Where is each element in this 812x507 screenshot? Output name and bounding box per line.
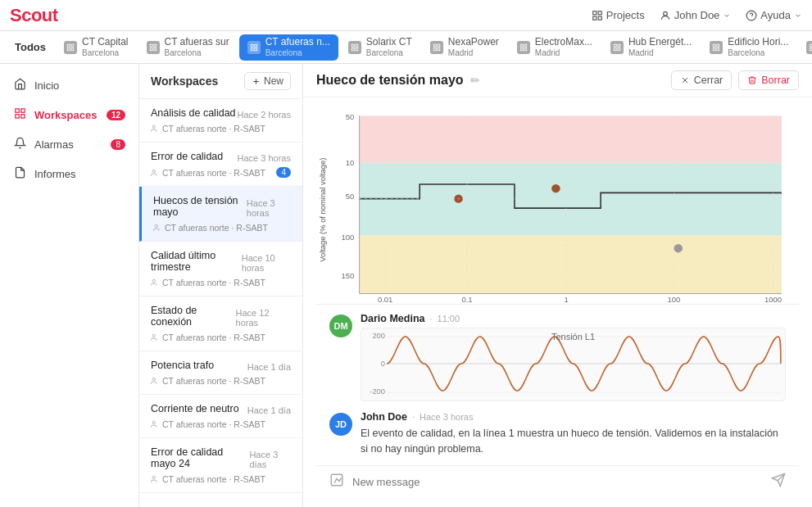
tab-electromax[interactable]: ElectroMax... Madrid [509,34,601,61]
ws-item-error-calidad[interactable]: Error de calidad Hace 3 horas CT afueras… [139,143,302,187]
svg-text:100: 100 [342,233,355,242]
svg-rect-38 [714,48,716,50]
comment-text-john: El evento de calidad, en la línea 1 mues… [361,426,786,457]
ws-item-corriente-neutro[interactable]: Corriente de neutro Hace 1 día CT afuera… [139,395,302,438]
svg-rect-32 [618,44,620,47]
svg-rect-13 [153,48,156,50]
send-icon[interactable] [771,473,786,491]
help-menu[interactable]: Ayuda [746,9,802,21]
svg-text:Voltage (% of nominal voltage): Voltage (% of nominal voltage) [317,158,326,262]
sidebar-item-informes[interactable]: Informes [0,159,138,188]
svg-point-53 [152,125,155,128]
sidebar-item-alarmas[interactable]: Alarmas 8 [0,129,138,159]
svg-rect-65 [360,236,782,294]
svg-rect-30 [520,48,523,50]
inner-chart-title: Tensión L1 [551,332,595,342]
tab-main-electromax: ElectroMax... [535,36,592,48]
tab-main-nexapower: NexaPower [448,36,499,48]
message-input[interactable] [352,476,763,488]
tab-sub-electromax: Madrid [535,48,592,58]
sidebar-label-inicio: Inicio [34,79,59,92]
help-label: Ayuda [760,9,791,21]
new-button-label: New [264,75,284,87]
close-label: Cerrar [694,75,723,86]
comments-section: DM Dario Medina · 11:00 Tensión L1 [316,304,799,465]
user-menu[interactable]: John Doe [660,9,732,21]
ws-icon-huecos [153,224,161,232]
tab-ct-capital[interactable]: CT Capital Barcelona [56,34,136,61]
svg-rect-10 [67,48,70,50]
ws-item-estado-conexion[interactable]: Estado de conexión Hace 12 horas CT afue… [139,297,302,351]
tab-all-label: Todos [15,41,46,53]
comment-author-john: John Doe [361,411,407,423]
tab-main-ct-capital: CT Capital [82,36,128,48]
tab-ct-afueras-sur[interactable]: CT afueras sur Barcelona [138,34,238,61]
svg-rect-63 [360,115,782,162]
svg-text:100: 100 [668,295,681,304]
close-button[interactable]: Cerrar [671,70,732,90]
tab-main-solarix-ct: Solarix CT [366,36,412,48]
ws-item-huecos[interactable]: Huecos de tensión mayo Hace 3 horas CT a… [139,187,302,242]
comment-author-dario: Dario Medina [361,313,425,324]
svg-rect-1 [598,11,601,14]
ws-title-potencia-trafo: Potencia trafo [151,360,214,371]
svg-rect-16 [254,44,256,47]
comment-body-dario: Dario Medina · 11:00 Tensión L1 200 0 - [361,313,786,401]
new-workspace-button[interactable]: New [244,72,291,90]
ws-title-analisis: Análisis de calidad [151,107,236,119]
tab-main-edificio-hori: Edificio Hori... [728,36,788,48]
ws-item-calidad-trimestre[interactable]: Calidad último trimestre Hace 10 horas C… [139,242,302,297]
ws-item-error-mayo24[interactable]: Error de calidad mayo 24 Hace 3 días CT … [139,438,302,493]
svg-rect-50 [15,115,18,118]
ws-info-analisis: CT afueras norte · R-SABT [162,124,265,134]
edit-icon[interactable]: ✏ [470,74,480,87]
tab-ct-afueras-n[interactable]: CT afueras n... Barcelona [239,34,338,61]
tab-building-name-1[interactable]: Building name Barcelona [798,34,812,61]
avatar-dario: DM [329,315,352,337]
tab-icon-ct-afueras-sur [147,41,160,54]
svg-rect-35 [714,44,716,47]
sidebar-icon-informes [13,166,26,181]
svg-text:0.1: 0.1 [461,295,472,304]
app-logo: Scout [10,5,58,26]
svg-rect-19 [352,44,354,47]
sidebar-item-workspaces[interactable]: Workspaces 12 [0,100,138,129]
svg-rect-17 [254,48,256,50]
svg-text:0.01: 0.01 [378,295,392,304]
svg-rect-20 [356,44,358,47]
ws-item-analisis[interactable]: Análisis de calidad Hace 2 horas CT afue… [139,99,302,143]
delete-button[interactable]: Borrar [738,70,799,90]
tab-sub-ct-capital: Barcelona [82,48,128,58]
ws-info-estado-conexion: CT afueras norte · R-SABT [162,333,265,342]
topbar: Scout Projects John Doe Ayuda [0,0,812,31]
chart-icon[interactable] [329,473,344,491]
ws-item-potencia-trafo[interactable]: Potencia trafo Hace 1 día CT afueras nor… [139,351,302,395]
ws-title-error-calidad: Error de calidad [151,151,223,162]
workspace-items-list: Análisis de calidad Hace 2 horas CT afue… [139,99,302,493]
projects-link[interactable]: Projects [592,9,645,21]
tab-all[interactable]: Todos [7,34,54,61]
tab-sub-hub-energet: Madrid [628,48,692,58]
comment-separator: · [430,314,433,324]
svg-rect-49 [20,115,24,118]
tab-icon-ct-capital [64,41,77,54]
tab-hub-energet[interactable]: Hub Energét... Madrid [602,34,700,61]
ws-icon-calidad-trimestre [151,278,159,287]
svg-point-56 [152,279,155,282]
svg-point-59 [152,421,155,423]
tab-nexapower[interactable]: NexaPower Madrid [422,34,507,61]
ws-icon-analisis [151,124,159,133]
svg-rect-31 [614,44,616,47]
ws-time-calidad-trimestre: Hace 10 horas [242,253,291,273]
tab-solarix-ct[interactable]: Solarix CT Barcelona [340,34,420,61]
sidebar-badge-alarmas: 8 [111,139,125,150]
sidebar-item-inicio[interactable]: Inicio [0,70,138,100]
content-area: Hueco de tensión mayo ✏ Cerrar Borrar [303,64,812,507]
tab-icon-building-name-1 [806,41,812,54]
tab-edificio-hori[interactable]: Edificio Hori... Barcelona [701,34,796,61]
svg-rect-47 [15,109,18,112]
svg-rect-14 [150,48,152,50]
svg-rect-8 [71,44,74,47]
svg-point-54 [152,170,155,172]
tab-icon-edificio-hori [710,41,723,54]
